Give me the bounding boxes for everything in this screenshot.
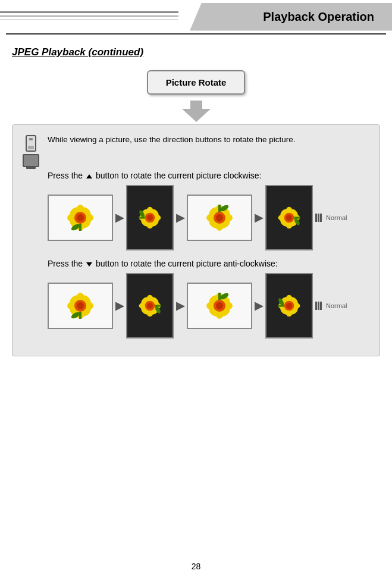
normal-label-2: Normal: [315, 300, 347, 312]
anti-flower-2: [135, 291, 165, 321]
anti-frame-4: [265, 273, 313, 338]
anti-flower-1: [62, 288, 98, 324]
svg-point-60: [77, 302, 84, 309]
normal-bars-icon-2: [315, 300, 322, 312]
header-title-box: Playback Operation: [190, 3, 392, 31]
svg-point-72: [147, 303, 153, 309]
flower-1: [62, 200, 98, 236]
svg-rect-49: [318, 214, 319, 222]
clockwise-instruction: Press the button to rotate the current p…: [21, 171, 371, 180]
anti-frame-2: [126, 273, 174, 338]
arrow-1: ▶: [115, 211, 124, 224]
anti-frame-3: [187, 283, 252, 329]
header-decoration: [0, 11, 178, 22]
instruction-row-1: While viewing a picture, use the directi…: [21, 134, 371, 167]
up-arrow-symbol: [86, 174, 92, 178]
frame-2: [126, 185, 174, 250]
flower-3: [202, 200, 237, 236]
svg-point-45: [286, 215, 292, 221]
remote-icon: [26, 135, 36, 152]
svg-point-96: [286, 303, 292, 309]
svg-rect-48: [315, 214, 317, 222]
clockwise-sequence: ▶ ▶: [21, 185, 371, 250]
anti-flower-4: [274, 291, 304, 321]
picture-rotate-button[interactable]: Picture Rotate: [147, 70, 246, 95]
svg-point-9: [77, 214, 84, 221]
normal-bars-icon: [315, 212, 322, 224]
flower-4: [274, 203, 304, 233]
arrow-connector: [12, 101, 380, 122]
instruction-text-1: While viewing a picture, use the directi…: [48, 134, 371, 146]
instruction-box: While viewing a picture, use the directi…: [12, 124, 380, 356]
arrow-head: [182, 109, 211, 122]
arrow-3: ▶: [255, 211, 263, 224]
page-header: Playback Operation: [0, 0, 392, 33]
arrow-2: ▶: [176, 211, 184, 224]
down-arrow-symbol: [86, 262, 92, 267]
svg-rect-100: [318, 302, 319, 310]
page-number: 28: [192, 562, 201, 571]
anticlockwise-instruction: Press the button to rotate the current p…: [21, 259, 371, 268]
svg-rect-99: [315, 302, 317, 310]
page-content: JPEG Playback (continued) Picture Rotate…: [0, 35, 392, 356]
frame-1: [48, 195, 113, 241]
tv-icon: [23, 154, 39, 167]
svg-point-33: [216, 214, 223, 221]
flower-2: [135, 203, 165, 233]
button-container: Picture Rotate: [12, 70, 380, 95]
frame-3: [187, 195, 252, 241]
normal-label-1: Normal: [315, 212, 347, 224]
header-title: Playback Operation: [263, 10, 374, 23]
anti-arrow-3: ▶: [255, 299, 263, 312]
remote-btn: [29, 138, 33, 140]
section-title: JPEG Playback (continued): [12, 46, 380, 58]
arrow-stem: [190, 101, 202, 109]
svg-rect-101: [320, 302, 322, 310]
anti-flower-3: [202, 288, 237, 324]
svg-rect-50: [320, 214, 322, 222]
anti-arrow-2: ▶: [176, 299, 184, 312]
svg-point-84: [216, 302, 223, 309]
frame-4: [265, 185, 313, 250]
svg-point-21: [147, 215, 153, 221]
anti-frame-1: [48, 283, 113, 329]
device-icons: [21, 135, 40, 167]
anticlockwise-sequence: ▶ ▶: [21, 273, 371, 338]
anti-arrow-1: ▶: [115, 299, 124, 312]
